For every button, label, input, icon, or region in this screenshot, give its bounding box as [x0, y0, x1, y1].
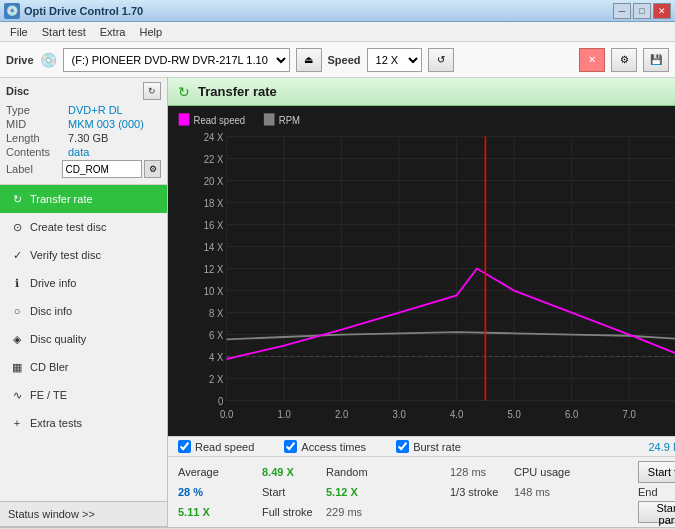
disc-refresh-button[interactable]: ↻ [143, 82, 161, 100]
disc-mid-label: MID [6, 118, 68, 130]
save-button[interactable]: 💾 [643, 48, 669, 72]
minimize-button[interactable]: ─ [613, 3, 631, 19]
menu-help[interactable]: Help [133, 24, 168, 40]
menu-file[interactable]: File [4, 24, 34, 40]
svg-text:RPM: RPM [279, 115, 300, 127]
disc-type-value: DVD+R DL [68, 104, 123, 116]
svg-text:7.0: 7.0 [623, 408, 637, 420]
svg-text:3.0: 3.0 [392, 408, 406, 420]
start-label: Start [262, 486, 322, 498]
svg-text:22 X: 22 X [204, 154, 224, 166]
svg-text:2.0: 2.0 [335, 408, 349, 420]
settings-button[interactable]: ⚙ [611, 48, 637, 72]
disc-label-input[interactable] [62, 160, 142, 178]
read-speed-label: Read speed [195, 441, 254, 453]
svg-text:5.0: 5.0 [507, 408, 521, 420]
svg-text:Read speed: Read speed [194, 115, 246, 127]
start-full-button[interactable]: Start full [638, 461, 675, 483]
burst-rate-label: Burst rate [413, 441, 461, 453]
svg-text:16 X: 16 X [204, 220, 224, 232]
nav-item-verify-test-disc[interactable]: ✓ Verify test disc [0, 241, 167, 269]
disc-type-label: Type [6, 104, 68, 116]
disc-length-value: 7.30 GB [68, 132, 108, 144]
svg-text:6 X: 6 X [209, 330, 223, 342]
average-label: Average [178, 466, 258, 478]
start-part-button[interactable]: Start part [638, 501, 675, 523]
svg-text:4.0: 4.0 [450, 408, 464, 420]
cd-bler-icon: ▦ [10, 360, 24, 374]
burst-rate-checkbox-label[interactable]: Burst rate [396, 440, 461, 453]
create-test-disc-icon: ⊙ [10, 220, 24, 234]
chart-container: Read speed RPM [168, 106, 675, 436]
nav-item-disc-quality[interactable]: ◈ Disc quality [0, 325, 167, 353]
title-bar: 💿 Opti Drive Control 1.70 ─ □ ✕ [0, 0, 675, 22]
transfer-rate-icon: ↻ [10, 192, 24, 206]
svg-text:2 X: 2 X [209, 374, 223, 386]
burst-rate-checkbox[interactable] [396, 440, 409, 453]
access-times-checkbox-label[interactable]: Access times [284, 440, 366, 453]
svg-text:0.0: 0.0 [220, 408, 234, 420]
drive-eject-button[interactable]: ⏏ [296, 48, 322, 72]
label-edit-button[interactable]: ⚙ [144, 160, 161, 178]
nav-menu: ↻ Transfer rate ⊙ Create test disc ✓ Ver… [0, 185, 167, 501]
nav-item-cd-bler[interactable]: ▦ CD Bler [0, 353, 167, 381]
disc-title: Disc [6, 85, 29, 97]
nav-item-transfer-rate[interactable]: ↻ Transfer rate [0, 185, 167, 213]
nav-label-disc-quality: Disc quality [30, 333, 86, 345]
sidebar: Disc ↻ Type DVD+R DL MID MKM 003 (000) L… [0, 78, 168, 527]
extra-tests-icon: + [10, 416, 24, 430]
nav-item-create-test-disc[interactable]: ⊙ Create test disc [0, 213, 167, 241]
chart-header: ↻ Transfer rate [168, 78, 675, 106]
cpu-value: 28 % [178, 486, 258, 498]
speed-refresh-button[interactable]: ↺ [428, 48, 454, 72]
disc-label-label: Label [6, 163, 62, 175]
disc-contents-label: Contents [6, 146, 68, 158]
read-speed-checkbox[interactable] [178, 440, 191, 453]
svg-text:12 X: 12 X [204, 264, 224, 276]
maximize-button[interactable]: □ [633, 3, 651, 19]
nav-item-extra-tests[interactable]: + Extra tests [0, 409, 167, 437]
status-window-button[interactable]: Status window >> [0, 501, 167, 527]
verify-test-disc-icon: ✓ [10, 248, 24, 262]
nav-item-drive-info[interactable]: ℹ Drive info [0, 269, 167, 297]
speed-label: Speed [328, 54, 361, 66]
end-label: End [638, 486, 675, 498]
burst-rate-value: 24.9 MB/s [648, 441, 675, 453]
stroke1-value: 148 ms [514, 486, 634, 498]
speed-select[interactable]: Max2 X4 X8 X12 X16 X [367, 48, 422, 72]
drive-select[interactable]: (F:) PIONEER DVD-RW DVR-217L 1.10 [63, 48, 290, 72]
chart-icon: ↻ [178, 84, 190, 100]
nav-label-fe-te: FE / TE [30, 389, 67, 401]
menu-extra[interactable]: Extra [94, 24, 132, 40]
menu-bar: File Start test Extra Help [0, 22, 675, 42]
svg-rect-3 [264, 113, 275, 125]
disc-contents-value: data [68, 146, 89, 158]
main-area: Disc ↻ Type DVD+R DL MID MKM 003 (000) L… [0, 78, 675, 527]
menu-start-test[interactable]: Start test [36, 24, 92, 40]
random-label: Random [326, 466, 446, 478]
svg-text:8 X: 8 X [209, 308, 223, 320]
random-value: 128 ms [450, 466, 510, 478]
nav-label-extra-tests: Extra tests [30, 417, 82, 429]
nav-item-fe-te[interactable]: ∿ FE / TE [0, 381, 167, 409]
svg-text:10 X: 10 X [204, 286, 224, 298]
disc-mid-value: MKM 003 (000) [68, 118, 144, 130]
close-button[interactable]: ✕ [653, 3, 671, 19]
drive-info-icon: ℹ [10, 276, 24, 290]
disc-section: Disc ↻ Type DVD+R DL MID MKM 003 (000) L… [0, 78, 167, 185]
drive-icon: 💿 [40, 52, 57, 68]
checkbox-row: Read speed Access times Burst rate 24.9 … [168, 436, 675, 457]
clear-button[interactable]: ✕ [579, 48, 605, 72]
access-times-checkbox[interactable] [284, 440, 297, 453]
read-speed-checkbox-label[interactable]: Read speed [178, 440, 254, 453]
stroke-full-label: Full stroke [262, 506, 322, 518]
svg-text:1.0: 1.0 [277, 408, 291, 420]
app-icon: 💿 [4, 3, 20, 19]
nav-item-disc-info[interactable]: ○ Disc info [0, 297, 167, 325]
disc-quality-icon: ◈ [10, 332, 24, 346]
svg-text:4 X: 4 X [209, 352, 223, 364]
window: 💿 Opti Drive Control 1.70 ─ □ ✕ File Sta… [0, 0, 675, 529]
disc-length-label: Length [6, 132, 68, 144]
nav-label-verify-test-disc: Verify test disc [30, 249, 101, 261]
disc-info-icon: ○ [10, 304, 24, 318]
